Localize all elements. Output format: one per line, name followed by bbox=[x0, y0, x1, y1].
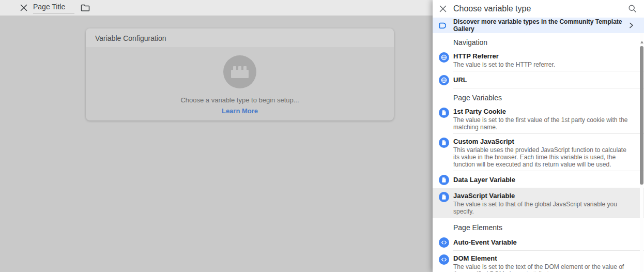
variable-type-description: The value is set to the HTTP referrer. bbox=[453, 61, 628, 68]
folder-icon[interactable] bbox=[81, 4, 90, 12]
section-label: Navigation bbox=[433, 33, 644, 49]
panel-header: Choose variable type bbox=[433, 0, 644, 18]
gallery-tag-icon bbox=[439, 21, 448, 30]
workspace-topbar: Page Title bbox=[0, 0, 433, 16]
search-icon[interactable] bbox=[628, 4, 637, 13]
variable-type-name: JavaScript Variable bbox=[453, 191, 628, 200]
variable-type-name: HTTP Referrer bbox=[453, 52, 628, 61]
variable-type-item[interactable]: HTTP Referrer The value is set to the HT… bbox=[433, 49, 644, 71]
card-body: Choose a variable type to begin setup...… bbox=[86, 48, 394, 120]
globe-icon bbox=[439, 75, 449, 85]
learn-more-link[interactable]: Learn More bbox=[222, 107, 258, 115]
variable-type-description: The value is set to the first value of t… bbox=[453, 116, 628, 131]
variable-type-name: URL bbox=[453, 75, 628, 84]
variable-type-name: Auto-Event Variable bbox=[453, 238, 628, 247]
variable-type-description: The value is set to the text of the DOM … bbox=[453, 263, 628, 272]
variable-brick-icon bbox=[223, 55, 256, 88]
section-label: Page Elements bbox=[433, 218, 644, 234]
variable-type-item[interactable]: Custom JavaScript This variable uses the… bbox=[433, 134, 644, 171]
community-gallery-banner[interactable]: Discover more variable types in the Comm… bbox=[433, 18, 644, 33]
banner-text: Discover more variable types in the Comm… bbox=[453, 18, 644, 33]
variable-type-name: Data Layer Variable bbox=[453, 175, 628, 184]
document-icon bbox=[439, 192, 449, 202]
document-icon bbox=[439, 138, 449, 148]
variable-type-name: DOM Element bbox=[453, 254, 628, 263]
variable-type-item[interactable]: 1st Party Cookie The value is set to the… bbox=[433, 104, 644, 134]
panel-title: Choose variable type bbox=[453, 4, 531, 13]
variable-section: Page Elements Auto-Event Variable DOM El… bbox=[433, 218, 644, 272]
variable-type-description: The value is set to that of the global J… bbox=[453, 201, 628, 215]
variable-type-name: Custom JavaScript bbox=[453, 137, 628, 146]
choose-variable-type-panel: Choose variable type Discover more varia… bbox=[433, 0, 644, 272]
variable-type-name: 1st Party Cookie bbox=[453, 107, 628, 116]
variable-type-item[interactable]: URL bbox=[433, 71, 644, 88]
scrollbar-up-arrow[interactable] bbox=[640, 41, 643, 44]
variable-section: Navigation HTTP Referrer The value is se… bbox=[433, 33, 644, 88]
card-header: Variable Configuration bbox=[86, 28, 394, 48]
document-icon bbox=[439, 175, 449, 185]
close-icon[interactable] bbox=[439, 5, 447, 13]
code-icon bbox=[439, 237, 449, 248]
section-label: Page Variables bbox=[433, 88, 644, 104]
variable-type-item[interactable]: Auto-Event Variable bbox=[433, 234, 644, 251]
variable-type-item[interactable]: JavaScript Variable The value is set to … bbox=[433, 188, 644, 218]
card-title: Variable Configuration bbox=[95, 34, 166, 42]
variable-section: Page Variables 1st Party Cookie The valu… bbox=[433, 88, 644, 218]
page-title-field[interactable]: Page Title bbox=[33, 3, 74, 13]
chevron-right-icon bbox=[627, 22, 635, 29]
variable-type-item[interactable]: DOM Element The value is set to the text… bbox=[433, 251, 644, 272]
document-icon bbox=[439, 108, 449, 118]
close-icon[interactable] bbox=[20, 4, 28, 12]
scrollbar-thumb[interactable] bbox=[640, 46, 643, 185]
variable-type-description: This variable uses the provided JavaScri… bbox=[453, 146, 628, 168]
workspace: Page Title Variable Configuration Choose… bbox=[0, 0, 433, 272]
variable-type-item[interactable]: Data Layer Variable bbox=[433, 171, 644, 188]
globe-icon bbox=[439, 52, 449, 63]
variable-configuration-card: Variable Configuration Choose a variable… bbox=[86, 28, 394, 120]
card-placeholder-text: Choose a variable type to begin setup... bbox=[180, 96, 299, 104]
variable-type-list: Navigation HTTP Referrer The value is se… bbox=[433, 33, 644, 272]
workspace-content: Variable Configuration Choose a variable… bbox=[0, 16, 433, 272]
code-icon bbox=[439, 254, 449, 265]
